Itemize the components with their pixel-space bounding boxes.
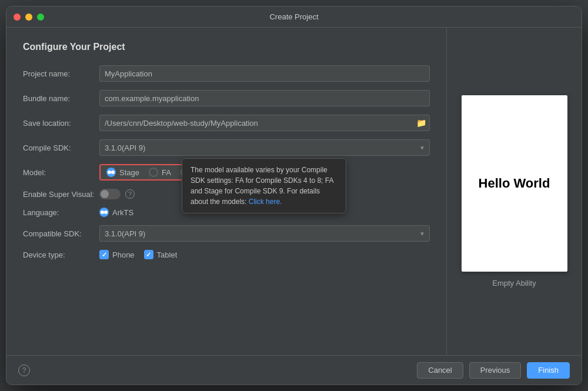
- phone-checkbox[interactable]: ✓: [99, 250, 109, 259]
- tablet-checkbox-option[interactable]: ✓ Tablet: [144, 250, 178, 259]
- window-controls: [14, 14, 44, 21]
- bundle-name-label: Bundle name:: [23, 94, 99, 103]
- footer-right: Cancel Previous Finish: [417, 362, 570, 379]
- folder-icon[interactable]: 📁: [416, 118, 426, 128]
- model-tooltip: The model available varies by your Compi…: [182, 158, 346, 213]
- close-button[interactable]: [14, 14, 21, 21]
- device-type-row: Device type: ✓ Phone ✓ Tablet: [23, 250, 430, 259]
- tooltip-link[interactable]: Click here.: [249, 198, 282, 206]
- footer: ? Cancel Previous Finish: [6, 355, 582, 385]
- bundle-name-input[interactable]: [99, 90, 430, 106]
- radio-dot: [108, 171, 111, 174]
- maximize-button[interactable]: [37, 14, 44, 21]
- window-title: Create Project: [269, 12, 318, 21]
- arkts-label: ArkTS: [112, 208, 133, 217]
- checkmark-icon-tablet: ✓: [146, 251, 151, 259]
- compile-sdk-wrapper: 3.1.0(API 9) ▼: [99, 139, 430, 156]
- save-location-input[interactable]: [99, 115, 430, 131]
- minimize-button[interactable]: [25, 14, 32, 21]
- radio-dot-arkts: [101, 210, 104, 214]
- previous-button[interactable]: Previous: [469, 362, 522, 379]
- checkmark-icon: ✓: [102, 251, 107, 259]
- preview-frame: Hello World: [462, 95, 567, 272]
- right-panel: Hello World Empty Ability: [446, 28, 582, 355]
- compile-sdk-select[interactable]: 3.1.0(API 9): [99, 139, 430, 156]
- stage-label: Stage: [119, 168, 139, 177]
- model-label: Model:: [23, 168, 99, 177]
- main-content: Configure Your Project Project name: Bun…: [6, 28, 582, 355]
- device-type-label: Device type:: [23, 250, 99, 259]
- compatible-sdk-row: Compatible SDK: 3.1.0(API 9) ▼: [23, 225, 430, 242]
- compatible-sdk-label: Compatible SDK:: [23, 229, 99, 238]
- cancel-button[interactable]: Cancel: [417, 362, 463, 379]
- compile-sdk-row: Compile SDK: 3.1.0(API 9) ▼: [23, 139, 430, 156]
- super-visual-toggle[interactable]: [99, 189, 121, 199]
- compatible-sdk-select[interactable]: 3.1.0(API 9): [99, 225, 430, 242]
- footer-left: ?: [18, 365, 30, 376]
- model-fa-option[interactable]: FA: [149, 168, 171, 177]
- fa-radio[interactable]: [149, 168, 158, 177]
- section-title: Configure Your Project: [23, 42, 430, 52]
- titlebar: Create Project: [6, 6, 582, 28]
- language-arkts-option[interactable]: ArkTS: [99, 208, 133, 217]
- super-visual-help-icon[interactable]: ?: [125, 189, 135, 199]
- project-name-label: Project name:: [23, 69, 99, 78]
- bundle-name-row: Bundle name:: [23, 90, 430, 106]
- compile-sdk-label: Compile SDK:: [23, 143, 99, 152]
- phone-checkbox-option[interactable]: ✓ Phone: [99, 250, 135, 259]
- save-location-label: Save location:: [23, 119, 99, 128]
- phone-label: Phone: [112, 250, 135, 259]
- device-options-group: ✓ Phone ✓ Tablet: [99, 250, 186, 259]
- language-label: Language:: [23, 208, 99, 217]
- tablet-checkbox[interactable]: ✓: [144, 250, 153, 259]
- preview-hello-text: Hello World: [479, 176, 550, 191]
- save-location-row: Save location: 📁: [23, 115, 430, 131]
- project-name-input[interactable]: [99, 65, 430, 82]
- save-location-wrapper: 📁: [99, 115, 430, 131]
- help-button[interactable]: ?: [18, 365, 30, 376]
- preview-label: Empty Ability: [492, 279, 536, 288]
- tablet-label: Tablet: [157, 250, 178, 259]
- stage-radio[interactable]: [106, 168, 116, 177]
- fa-label: FA: [162, 168, 171, 177]
- window: Create Project Configure Your Project Pr…: [6, 6, 582, 385]
- enable-super-visual-label: Enable Super Visual:: [23, 190, 99, 199]
- compatible-sdk-wrapper: 3.1.0(API 9) ▼: [99, 225, 430, 242]
- finish-button[interactable]: Finish: [527, 362, 570, 379]
- project-name-row: Project name:: [23, 65, 430, 82]
- arkts-radio[interactable]: [99, 208, 109, 217]
- model-stage-option[interactable]: Stage: [106, 168, 139, 177]
- model-row: Model: Stage FA ? The: [23, 164, 430, 181]
- left-panel: Configure Your Project Project name: Bun…: [6, 28, 446, 355]
